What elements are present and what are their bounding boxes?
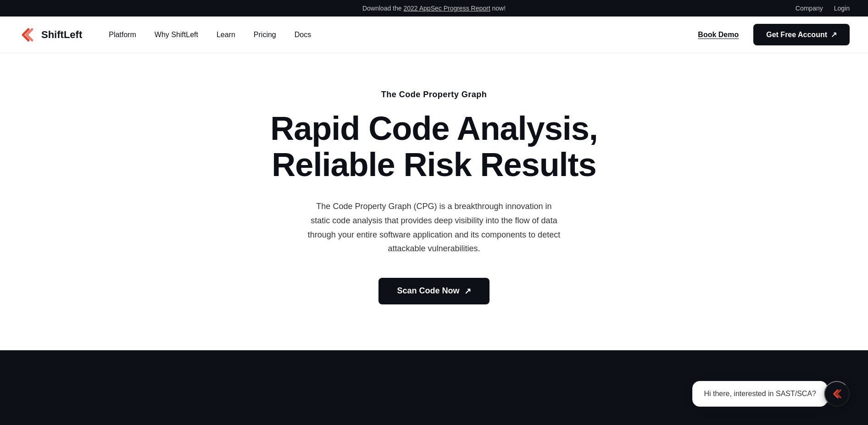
chat-bubble: Hi there, interested in SAST/SCA?	[692, 381, 828, 407]
navbar: ShiftLeft Platform Why ShiftLeft Learn P…	[0, 17, 868, 53]
shiftleft-logo-icon	[18, 26, 37, 44]
scan-btn-label: Scan Code Now	[397, 286, 459, 296]
nav-pricing[interactable]: Pricing	[245, 27, 284, 43]
hero-title: Rapid Code Analysis, Reliable Risk Resul…	[270, 110, 598, 183]
top-banner: Download the 2022 AppSec Progress Report…	[0, 0, 868, 17]
get-free-arrow-icon: ↗	[831, 30, 837, 39]
hero-subtitle: The Code Property Graph	[381, 90, 487, 99]
login-link[interactable]: Login	[834, 5, 850, 12]
chat-open-button[interactable]	[824, 381, 850, 407]
hero-title-line1: Rapid Code Analysis,	[270, 110, 598, 147]
hero-description: The Code Property Graph (CPG) is a break…	[306, 199, 562, 255]
company-link[interactable]: Company	[796, 5, 823, 12]
logo-link[interactable]: ShiftLeft	[18, 26, 82, 44]
chat-bubble-text: Hi there, interested in SAST/SCA?	[704, 390, 816, 397]
hero-title-line2: Reliable Risk Results	[272, 146, 596, 183]
banner-link[interactable]: 2022 AppSec Progress Report	[403, 5, 490, 12]
banner-text-after: now!	[490, 5, 506, 12]
nav-links: Platform Why ShiftLeft Learn Pricing Doc…	[100, 27, 690, 43]
nav-learn[interactable]: Learn	[208, 27, 244, 43]
nav-right: Book Demo Get Free Account ↗	[690, 24, 850, 45]
book-demo-button[interactable]: Book Demo	[690, 27, 746, 43]
banner-text-before: Download the	[362, 5, 404, 12]
get-free-label: Get Free Account	[766, 31, 827, 39]
scan-code-now-button[interactable]: Scan Code Now ↗	[378, 278, 489, 304]
get-free-account-button[interactable]: Get Free Account ↗	[753, 24, 850, 45]
scan-btn-arrow-icon: ↗	[464, 286, 471, 296]
hero-section: The Code Property Graph Rapid Code Analy…	[0, 53, 868, 350]
logo-text: ShiftLeft	[41, 29, 82, 41]
nav-docs[interactable]: Docs	[286, 27, 319, 43]
chat-chevrons-icon	[830, 387, 843, 400]
nav-why-shiftleft[interactable]: Why ShiftLeft	[146, 27, 206, 43]
nav-platform[interactable]: Platform	[100, 27, 145, 43]
chat-widget: Hi there, interested in SAST/SCA?	[692, 381, 850, 407]
